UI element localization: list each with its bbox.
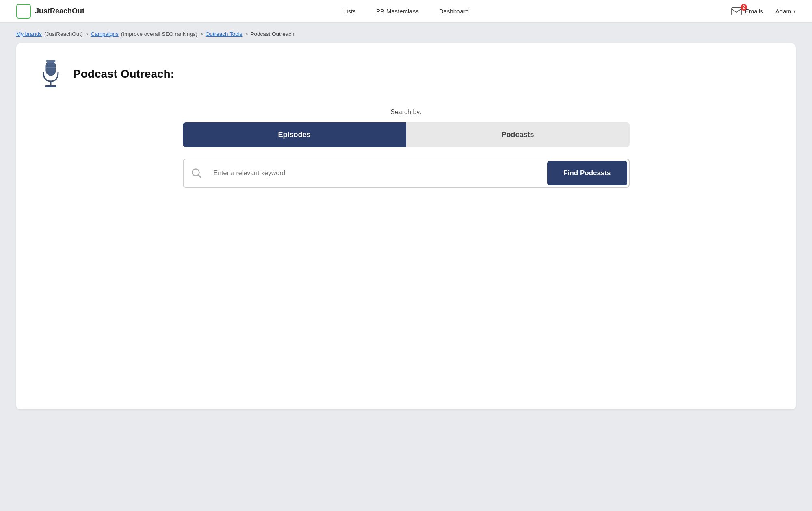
page-header: Podcast Outreach: [37,60,775,88]
breadcrumb-brand-name: (JustReachOut) [44,31,83,37]
email-icon [731,7,742,15]
breadcrumb-sep-3: > [245,31,248,37]
navbar-links: Lists PR Masterclass Dashboard [343,8,469,15]
breadcrumb-sep-1: > [85,31,89,37]
breadcrumb-sep-2: > [200,31,203,37]
svg-line-8 [198,175,201,178]
breadcrumb-outreach-tools[interactable]: Outreach Tools [206,31,243,37]
chevron-down-icon: ▾ [793,9,796,14]
breadcrumb: My brands (JustReachOut) > Campaigns (Im… [16,31,796,37]
user-name: Adam [775,8,791,15]
search-bar: Find Podcasts [183,159,630,188]
toggle-group: Episodes Podcasts [183,122,630,147]
page-title: Podcast Outreach: [73,67,174,80]
brand-name: JustReachOut [35,7,84,15]
nav-dashboard[interactable]: Dashboard [439,8,469,15]
main-wrapper: Podcast Outreach: Search by: Episodes Po… [0,43,812,426]
brand-logo-inner [20,8,27,15]
email-badge: 2 [741,4,747,11]
nav-lists[interactable]: Lists [343,8,356,15]
email-nav-item[interactable]: 2 Emails [731,7,763,15]
navbar: JustReachOut Lists PR Masterclass Dashbo… [0,0,812,23]
search-by-label: Search by: [183,109,630,116]
user-menu[interactable]: Adam ▾ [775,8,796,15]
find-podcasts-button[interactable]: Find Podcasts [547,161,627,185]
mic-icon-wrapper [37,60,65,88]
breadcrumb-my-brands[interactable]: My brands [16,31,42,37]
search-section: Search by: Episodes Podcasts Find Podcas… [183,109,630,188]
breadcrumb-campaigns[interactable]: Campaigns [91,31,118,37]
nav-pr-masterclass[interactable]: PR Masterclass [376,8,419,15]
navbar-right: 2 Emails Adam ▾ [731,7,796,15]
microphone-icon [40,60,61,88]
breadcrumb-current: Podcast Outreach [250,31,294,37]
svg-rect-0 [732,8,741,15]
email-label: Emails [745,8,763,15]
search-input[interactable] [210,161,546,185]
search-icon-area [184,167,210,179]
breadcrumb-campaign-name: (Improve overall SEO rankings) [121,31,197,37]
brand-logo [16,4,31,19]
brand: JustReachOut [16,4,84,19]
svg-rect-1 [46,61,56,76]
tab-podcasts[interactable]: Podcasts [406,122,630,147]
search-icon [191,167,202,179]
tab-episodes[interactable]: Episodes [183,122,406,147]
content-card: Podcast Outreach: Search by: Episodes Po… [16,43,796,409]
svg-rect-5 [45,85,56,87]
breadcrumb-bar: My brands (JustReachOut) > Campaigns (Im… [0,23,812,43]
